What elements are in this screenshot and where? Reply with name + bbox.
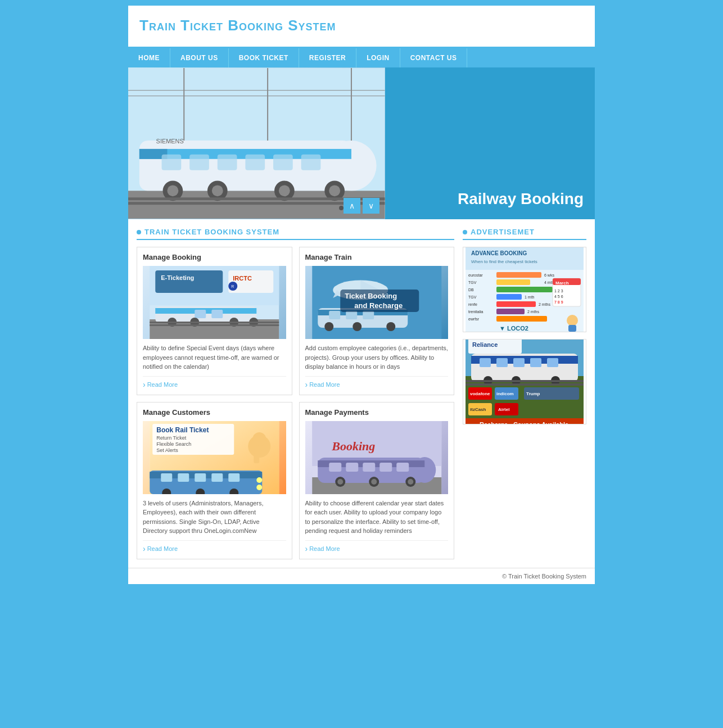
card-manage-train-image: Ticket Booking and Recharge — [305, 266, 449, 339]
svg-rect-10 — [273, 155, 293, 170]
svg-text:eurostar: eurostar — [468, 273, 483, 277]
nav-contact[interactable]: CONTACT US — [400, 48, 468, 67]
svg-text:Booking: Booking — [331, 439, 375, 453]
svg-rect-135 — [568, 325, 576, 332]
header: Train Ticket Booking System — [128, 6, 595, 48]
svg-rect-145 — [496, 358, 508, 367]
svg-rect-77 — [178, 473, 189, 482]
nav-login[interactable]: LOGIN — [356, 48, 400, 67]
svg-text:2 mths: 2 mths — [527, 310, 540, 314]
svg-rect-11 — [301, 155, 321, 170]
svg-text:R: R — [231, 284, 234, 288]
svg-point-19 — [329, 185, 340, 196]
svg-point-84 — [256, 477, 262, 483]
svg-point-134 — [567, 315, 578, 326]
svg-rect-40 — [211, 310, 223, 318]
hero-prev-button[interactable]: ∧ — [344, 198, 360, 214]
content-area: TRAIN TICKET BOOKING SYSTEM Manage Booki… — [128, 219, 595, 568]
nav-about[interactable]: ABOUT US — [170, 48, 229, 67]
svg-rect-118 — [496, 294, 522, 300]
card-manage-train-desc: Add custom employee categories (i.e., de… — [305, 343, 449, 372]
svg-text:trenitalia: trenitalia — [468, 310, 483, 314]
nav-register[interactable]: REGISTER — [299, 48, 356, 67]
svg-point-98 — [337, 479, 343, 485]
card-manage-train-readmore[interactable]: Read More — [305, 376, 449, 389]
card-manage-customers: Manage Customers — [137, 402, 292, 559]
card-manage-train: Manage Train — [299, 247, 455, 395]
svg-rect-7 — [189, 155, 209, 170]
svg-rect-78 — [195, 473, 206, 482]
svg-rect-112 — [496, 279, 530, 285]
svg-rect-80 — [228, 473, 240, 482]
card-manage-customers-image: Book Rail Ticket Return Ticket Flexible … — [143, 421, 286, 494]
svg-text:1  2  3: 1 2 3 — [554, 289, 563, 293]
site-title: Train Ticket Booking System — [139, 17, 584, 41]
ad-advance-booking-image: ADVANCE BOOKING When to find the cheapes… — [463, 247, 586, 332]
cards-grid: Manage Booking — [137, 247, 454, 559]
svg-rect-31 — [155, 270, 223, 293]
svg-text:1 mth: 1 mth — [525, 295, 535, 299]
svg-text:4  5  6: 4 5 6 — [554, 295, 563, 299]
hero-next-button[interactable]: ∨ — [363, 198, 379, 214]
svg-text:Flexible Search: Flexible Search — [156, 441, 191, 447]
svg-rect-56 — [363, 311, 374, 319]
svg-point-15 — [212, 185, 223, 196]
card-manage-customers-readmore[interactable]: Read More — [143, 540, 286, 553]
svg-text:Book Rail Ticket: Book Rail Ticket — [156, 426, 209, 434]
svg-text:Trump: Trump — [526, 391, 540, 396]
svg-rect-148 — [547, 358, 558, 367]
svg-text:SIEMENS: SIEMENS — [156, 138, 184, 144]
hero-train-image: SIEMENS — [128, 67, 385, 219]
card-manage-payments-readmore[interactable]: Read More — [305, 540, 449, 553]
hero-controls: ∧ ∨ — [344, 198, 379, 214]
hero-text-area: Railway Booking — [385, 67, 595, 219]
card-manage-payments: Manage Payments — [299, 402, 455, 559]
svg-point-102 — [408, 479, 413, 485]
svg-text:ADVANCE BOOKING: ADVANCE BOOKING — [471, 250, 527, 256]
svg-text:TGV: TGV — [468, 295, 477, 299]
svg-text:E-Ticketing: E-Ticketing — [161, 274, 194, 281]
dot-1 — [339, 206, 344, 210]
nav-book[interactable]: BOOK TICKET — [229, 48, 299, 67]
svg-text:renfe: renfe — [468, 302, 477, 306]
svg-text:When to find the cheapest tick: When to find the cheapest tickets — [471, 259, 537, 264]
svg-rect-6 — [162, 155, 182, 170]
svg-text:7  8  9: 7 8 9 — [554, 300, 563, 304]
svg-text:6 wks: 6 wks — [544, 273, 554, 277]
svg-rect-55 — [346, 311, 357, 319]
svg-text:March: March — [555, 281, 569, 286]
svg-text:Return Ticket: Return Ticket — [156, 435, 187, 441]
card-manage-booking-readmore[interactable]: Read More — [143, 376, 286, 389]
svg-rect-92 — [329, 463, 341, 472]
svg-rect-115 — [496, 287, 553, 292]
svg-rect-127 — [496, 316, 547, 322]
svg-rect-109 — [496, 272, 541, 278]
svg-rect-147 — [530, 358, 541, 367]
svg-point-85 — [256, 485, 262, 490]
svg-rect-139 — [466, 376, 584, 424]
card-manage-payments-image: Booking — [305, 421, 449, 494]
svg-rect-9 — [245, 155, 265, 170]
svg-rect-94 — [363, 463, 375, 472]
nav-home[interactable]: HOME — [128, 48, 170, 67]
svg-text:vodafone: vodafone — [470, 391, 490, 396]
card-manage-customers-title: Manage Customers — [143, 408, 286, 417]
ad-railway-booking-image: RAILWAY BOOKING — [463, 340, 586, 424]
svg-point-58 — [353, 322, 361, 331]
footer: © Train Ticket Booking System — [128, 568, 595, 584]
svg-rect-124 — [496, 309, 525, 314]
svg-point-57 — [324, 322, 333, 331]
svg-rect-39 — [195, 310, 206, 318]
svg-text:itzCash: itzCash — [470, 407, 486, 412]
card-manage-train-title: Manage Train — [305, 253, 449, 261]
sidebar-title: ADVERTISEMET — [463, 228, 586, 240]
svg-point-17 — [279, 185, 290, 196]
svg-rect-93 — [346, 463, 358, 472]
svg-text:Reliance: Reliance — [472, 341, 498, 348]
svg-text:indicom: indicom — [496, 391, 514, 396]
footer-text: © Train Ticket Booking System — [502, 573, 586, 580]
svg-text:Recharge - Coupons Available: Recharge - Coupons Available — [480, 421, 568, 424]
svg-rect-76 — [161, 473, 172, 482]
svg-point-71 — [252, 432, 266, 446]
card-manage-booking-image: E-Ticketing IRCTC R — [143, 266, 286, 339]
